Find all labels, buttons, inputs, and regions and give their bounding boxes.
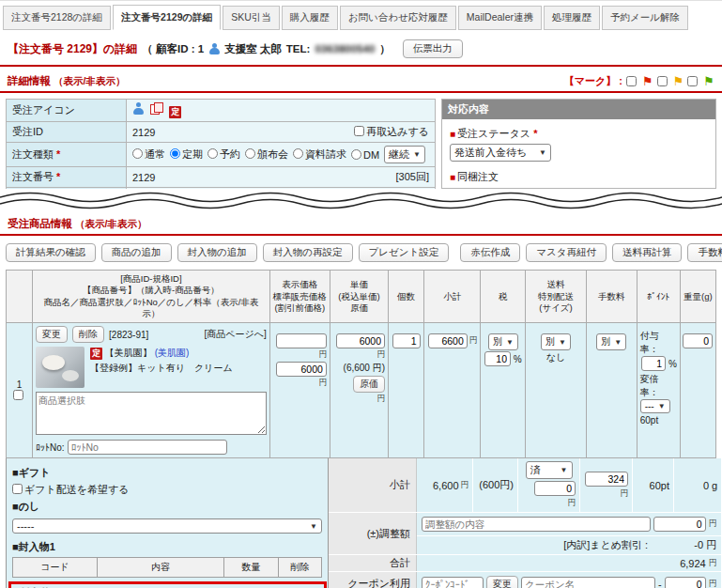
tab-reserve-mail[interactable]: 予約メール解除 xyxy=(602,6,688,30)
mark-label: 【マーク】 : xyxy=(564,74,622,88)
shipping-cell: 別▼ なし xyxy=(526,323,586,458)
chevron-down-icon: ▼ xyxy=(413,150,421,159)
tel-number-blurred: 0363800540 xyxy=(315,43,375,54)
item-code: [2823-91] xyxy=(109,330,148,340)
shipping-header: 送料特別配送(サイズ) xyxy=(526,271,586,323)
noshi-title: ■のし xyxy=(12,500,322,514)
enc-qty-header: 数量 xyxy=(224,558,279,578)
display-price-input[interactable] xyxy=(276,333,327,348)
green-flag-icon: ⚑ xyxy=(703,75,714,87)
gift-delivery-checkbox-label[interactable]: ギフト配送を希望する xyxy=(12,484,130,495)
tax-rate-input[interactable] xyxy=(484,351,511,366)
tax-header: 税 xyxy=(481,271,526,323)
adjust-amount-input[interactable] xyxy=(653,517,706,532)
coupon-change-button[interactable]: 変更 xyxy=(486,576,518,588)
tab-order-2129[interactable]: 注文番号2129の詳細 xyxy=(113,5,221,30)
response-panel: 対応内容 ■受注ステータス * 発送前入金待ち▼ ■同梱注文 xyxy=(441,99,716,189)
shipping-paid-select[interactable]: 済▼ xyxy=(526,461,573,479)
radio-teiki[interactable]: 定期 xyxy=(170,147,203,162)
point-cell: 付与率： % 変倍率： ---▼ 60pt xyxy=(637,323,680,458)
cost-button[interactable]: 原価 xyxy=(353,376,385,393)
coupon-row: クーポン利用 変更 - 円 xyxy=(329,572,721,588)
shipping-amount-input[interactable] xyxy=(534,481,576,496)
mark-green-checkbox[interactable] xyxy=(687,76,698,86)
table-row: 注文番号 * 2129 [305回] xyxy=(7,167,436,188)
add-product-button[interactable]: 商品の追加 xyxy=(101,243,172,262)
noshi-select[interactable]: -----▼ xyxy=(12,518,322,534)
mark-red-checkbox[interactable] xyxy=(626,76,637,86)
tab-process-history[interactable]: 処理履歴 xyxy=(544,6,600,30)
akaden-create-button[interactable]: 赤伝作成 xyxy=(460,243,520,262)
qty-header: 個数 xyxy=(389,271,424,323)
change-product-button[interactable]: 変更 xyxy=(36,326,68,343)
subtotal-cell: 円 xyxy=(424,323,481,458)
master-relink-button[interactable]: マスタ再紐付 xyxy=(526,243,607,262)
table-row xyxy=(7,188,436,190)
lot-no-input[interactable] xyxy=(68,440,227,455)
row-select-cell: 1 xyxy=(7,323,33,458)
reset-enclosure-button[interactable]: 封入物の再設定 xyxy=(263,243,353,262)
gift-delivery-checkbox[interactable] xyxy=(12,484,23,494)
total-row: 合計 6,924円 xyxy=(329,555,721,572)
grant-rate-input[interactable] xyxy=(641,356,666,371)
tab-sku[interactable]: SKU引当 xyxy=(223,6,280,30)
continue-select[interactable]: 継続▼ xyxy=(384,146,425,163)
calc-check-button[interactable]: 計算結果の確認 xyxy=(6,243,96,262)
tab-maildealer[interactable]: MailDealer連携 xyxy=(458,6,542,30)
order-number-label: 注文番号 * xyxy=(7,167,127,188)
tab-order-2128[interactable]: 注文番号2128の詳細 xyxy=(3,6,111,30)
tax-type-select[interactable]: 別▼ xyxy=(488,333,518,350)
product-header-row: [商品ID-規格ID] 【商品番号】（購入時-商品番号） 商品名／商品選択肢／ﾛ… xyxy=(7,271,716,323)
standard-price-input[interactable] xyxy=(276,362,327,377)
product-option-textarea[interactable] xyxy=(36,392,267,435)
teiki-order-icon: 定 xyxy=(169,106,181,118)
tab-inquiry-history[interactable]: お問い合わせ応対履歴 xyxy=(340,6,456,30)
slip-output-button[interactable]: 伝票出力 xyxy=(403,39,463,58)
reimport-checkbox[interactable] xyxy=(354,126,364,136)
customer-icon xyxy=(132,102,144,115)
unit-price-input[interactable] xyxy=(336,333,385,348)
subtotal-input[interactable] xyxy=(428,333,468,348)
table-row: 注文種類 * 通常 定期 予約 頒布会 資料請求 DM 継続▼ xyxy=(7,143,436,167)
shipping-type-select[interactable]: 別▼ xyxy=(541,333,571,350)
mark-yellow-checkbox[interactable] xyxy=(657,76,668,86)
bundle-order-label: ■同梱注文 xyxy=(450,170,708,184)
row-checkbox[interactable] xyxy=(13,390,23,400)
subtotal-header: 小計 xyxy=(424,271,481,323)
multiplier-select[interactable]: ---▼ xyxy=(640,399,670,413)
chevron-down-icon: ▼ xyxy=(539,148,546,157)
weight-input[interactable] xyxy=(683,333,713,348)
delete-product-button[interactable]: 削除 xyxy=(72,326,104,343)
shipping-recalc-button[interactable]: 送料再計算 xyxy=(612,243,683,262)
radio-reserve[interactable]: 予約 xyxy=(207,147,240,162)
tab-purchase-history[interactable]: 購入履歴 xyxy=(282,6,338,30)
coupon-name-input[interactable] xyxy=(521,577,655,588)
radio-catalog[interactable]: 資料請求 xyxy=(293,147,346,162)
coupon-code-input[interactable] xyxy=(422,577,484,588)
order-id-cell: 2129 再取込みする xyxy=(127,122,436,143)
fee-amount-input[interactable] xyxy=(585,472,628,487)
order-status-select[interactable]: 発送前入金待ち▼ xyxy=(450,144,551,162)
fee-header: 手数料 xyxy=(586,271,637,323)
radio-hanpukai[interactable]: 頒布会 xyxy=(245,147,288,162)
detail-show-hide-toggle[interactable]: （表示/非表示） xyxy=(54,75,125,86)
subtotal-label: 小計 xyxy=(329,458,417,512)
brand-link[interactable]: (美肌園) xyxy=(155,348,190,358)
coupon-amount-input[interactable] xyxy=(665,577,706,588)
radio-normal[interactable]: 通常 xyxy=(132,147,165,162)
order-count: [305回] xyxy=(396,170,429,184)
order-id-label: 受注ID xyxy=(7,122,127,143)
qty-input[interactable] xyxy=(392,333,421,348)
enclosure1-title: ■封入物1 xyxy=(12,540,322,554)
present-setting-button[interactable]: プレゼント設定 xyxy=(359,243,450,262)
adjust-content-input[interactable] xyxy=(422,517,651,532)
chevron-down-icon: ▼ xyxy=(614,338,622,347)
breakdown-value: -0 円 xyxy=(651,538,716,552)
fee-type-select[interactable]: 別▼ xyxy=(596,333,626,350)
weight-cell xyxy=(680,323,715,458)
radio-dm[interactable]: DM xyxy=(351,149,379,161)
product-page-link[interactable]: [商品ページへ] xyxy=(204,328,266,341)
fee-recalc-button[interactable]: 手数料再計算 xyxy=(687,243,722,262)
product-show-hide-toggle[interactable]: （表示/非表示） xyxy=(75,218,146,229)
add-enclosure-button[interactable]: 封入物の追加 xyxy=(177,243,257,262)
